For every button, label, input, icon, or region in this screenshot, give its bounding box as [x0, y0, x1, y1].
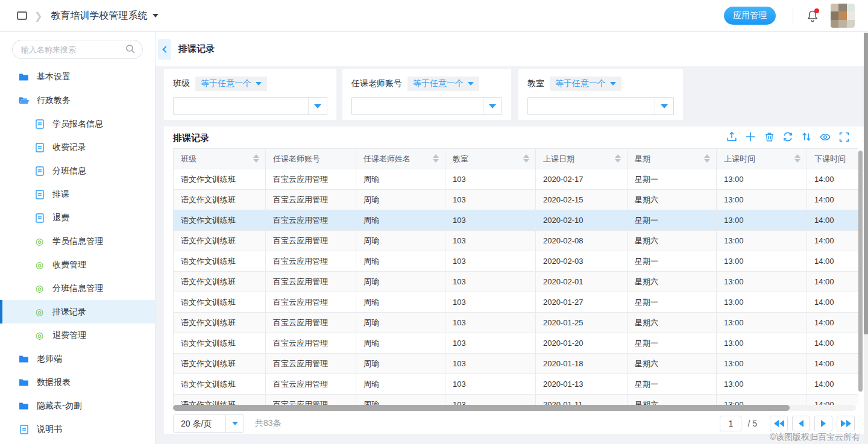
sort-icon[interactable] [801, 131, 812, 142]
sidebar-item-label: 退费 [52, 213, 69, 224]
delete-icon[interactable] [764, 131, 775, 142]
column-header-星期[interactable]: 星期 [627, 149, 717, 169]
table-row[interactable]: 语文作文训练班百宝云应用管理周瑜1032020-01-18星期六13:0014:… [174, 354, 859, 374]
app-manage-button[interactable]: 应用管理 [724, 7, 776, 25]
vertical-scrollbar-thumb[interactable] [858, 151, 863, 392]
column-header-上课日期[interactable]: 上课日期 [536, 149, 627, 169]
refresh-icon[interactable] [782, 131, 793, 142]
table-horizontal-scrollbar [173, 405, 856, 411]
table-row[interactable]: 语文作文训练班百宝云应用管理周瑜1032020-02-15星期六13:0014:… [174, 190, 859, 210]
first-page-button[interactable] [770, 416, 788, 431]
table-cell: 14:00 [807, 374, 859, 395]
filter-card-teacher-account: 任课老师账号 等于任意一个 [342, 69, 511, 120]
sidebar-item-隐藏表-勿删[interactable]: 隐藏表-勿删 [0, 394, 155, 417]
table-row[interactable]: 语文作文训练班百宝云应用管理周瑜1032020-01-20星期一13:0014:… [174, 333, 859, 354]
table-cell: 2020-01-20 [536, 333, 627, 354]
table-cell: 星期一 [627, 169, 717, 190]
filter-value-select[interactable] [351, 97, 502, 115]
sort-icon[interactable] [523, 154, 529, 163]
table-cell: 百宝云应用管理 [266, 313, 356, 333]
table-cell: 2020-01-27 [536, 292, 627, 313]
table-cell: 103 [445, 374, 536, 395]
sidebar-item-学员报名信息[interactable]: 学员报名信息 [0, 112, 155, 136]
eye-icon[interactable] [820, 131, 831, 142]
add-icon[interactable] [745, 131, 756, 142]
filter-operator-dropdown[interactable]: 等于任意一个 [407, 77, 479, 91]
sidebar-item-说明书[interactable]: 说明书 [0, 417, 155, 441]
table-row[interactable]: 语文作文训练班百宝云应用管理周瑜1032020-02-01星期六13:0014:… [174, 272, 859, 292]
table-row[interactable]: 语文作文训练班百宝云应用管理周瑜1032020-02-17星期一13:0014:… [174, 169, 859, 190]
sidebar-item-退费管理[interactable]: ◎退费管理 [0, 324, 155, 347]
sidebar-item-label: 基本设置 [37, 72, 71, 83]
table-cell: 103 [445, 272, 536, 292]
table-row[interactable]: 语文作文训练班百宝云应用管理周瑜1032020-01-25星期六13:0014:… [174, 313, 859, 333]
table-cell: 2020-02-03 [536, 251, 627, 272]
table-row[interactable]: 语文作文训练班百宝云应用管理周瑜1032020-02-03星期一13:0014:… [174, 251, 859, 272]
filter-operator-dropdown[interactable]: 等于任意一个 [195, 77, 267, 91]
sidebar-search-input[interactable] [12, 40, 143, 59]
page-size-select[interactable]: 20 条/页 [173, 414, 244, 433]
table-cell: 13:00 [717, 251, 807, 272]
last-page-button[interactable] [837, 416, 855, 431]
table-row[interactable]: 语文作文训练班百宝云应用管理周瑜1032020-02-08星期六13:0014:… [174, 231, 859, 251]
window-scrollbar-thumb[interactable] [864, 33, 868, 334]
notification-bell-icon[interactable] [807, 10, 819, 22]
table-cell: 星期六 [627, 354, 717, 374]
view-icon: ◎ [34, 237, 45, 246]
sort-icon[interactable] [615, 154, 621, 163]
sidebar-item-学员信息管理[interactable]: ◎学员信息管理 [0, 230, 155, 253]
column-header-教室[interactable]: 教室 [445, 149, 536, 169]
filter-value-select[interactable] [527, 97, 674, 115]
export-icon[interactable] [726, 131, 737, 142]
table-row[interactable]: 语文作文训练班百宝云应用管理周瑜1032020-02-10星期一13:0014:… [174, 210, 859, 231]
sidebar-item-分班信息[interactable]: 分班信息 [0, 159, 155, 183]
filter-label: 任课老师账号 [351, 78, 402, 89]
sidebar-item-老师端[interactable]: 老师端 [0, 347, 155, 371]
column-header-label: 班级 [181, 154, 197, 163]
sidebar-item-基本设置[interactable]: 基本设置 [0, 65, 155, 89]
column-header-任课老师账号[interactable]: 任课老师账号 [266, 149, 356, 169]
table-cell: 14:00 [807, 354, 859, 374]
table-cell: 13:00 [717, 354, 807, 374]
fullscreen-icon[interactable] [838, 131, 849, 142]
table-cell: 103 [445, 190, 536, 210]
table-row[interactable]: 语文作文训练班百宝云应用管理周瑜1032020-01-27星期一13:0014:… [174, 292, 859, 313]
breadcrumb-separator-icon: ❯ [34, 10, 42, 22]
sidebar-item-排课[interactable]: 排课 [0, 183, 155, 206]
sort-icon[interactable] [433, 154, 439, 163]
sidebar-item-收费记录[interactable]: 收费记录 [0, 136, 155, 159]
user-avatar[interactable] [831, 4, 855, 28]
sidebar-item-数据报表[interactable]: 数据报表 [0, 371, 155, 394]
page-titlebar: 排课记录 [156, 32, 864, 66]
window-icon[interactable] [17, 11, 27, 20]
column-header-label: 任课老师账号 [273, 154, 320, 163]
prev-page-button[interactable] [792, 416, 810, 431]
table-row[interactable]: 语文作文训练班百宝云应用管理周瑜1032020-01-13星期一13:0014:… [174, 374, 859, 395]
folder-icon [18, 354, 30, 363]
sidebar-item-分班信息管理[interactable]: ◎分班信息管理 [0, 277, 155, 300]
folder-icon [18, 378, 30, 387]
sidebar-item-收费管理[interactable]: ◎收费管理 [0, 253, 155, 277]
filter-value-select[interactable] [173, 97, 327, 115]
current-page-input[interactable] [720, 416, 741, 431]
horizontal-scrollbar-thumb[interactable] [173, 405, 790, 411]
chevron-down-icon [468, 82, 474, 86]
sidebar-item-行政教务[interactable]: 行政教务 [0, 89, 155, 112]
sidebar-item-排课记录[interactable]: ◎排课记录 [0, 300, 155, 324]
sort-icon[interactable] [794, 154, 800, 163]
column-header-上课时间[interactable]: 上课时间 [717, 149, 807, 169]
back-button[interactable] [158, 39, 171, 60]
sort-icon[interactable] [704, 154, 710, 163]
column-header-任课老师姓名[interactable]: 任课老师姓名 [356, 149, 445, 169]
sort-icon[interactable] [253, 154, 259, 163]
filter-operator-dropdown[interactable]: 等于任意一个 [550, 77, 621, 91]
chevron-left-icon [162, 46, 169, 52]
column-header-下课时间[interactable]: 下课时间 [807, 149, 859, 169]
app-title-dropdown[interactable]: 教育培训学校管理系统 [51, 10, 159, 22]
table-row[interactable]: 语文作文训练班百宝云应用管理周瑜1032020-01-11星期六13:0014:… [174, 395, 859, 405]
column-header-label: 上课日期 [543, 154, 574, 163]
top-header: ❯ 教育培训学校管理系统 应用管理 [0, 0, 868, 32]
sidebar-item-退费[interactable]: 退费 [0, 206, 155, 230]
next-page-button[interactable] [814, 416, 832, 431]
column-header-班级[interactable]: 班级 [174, 149, 266, 169]
